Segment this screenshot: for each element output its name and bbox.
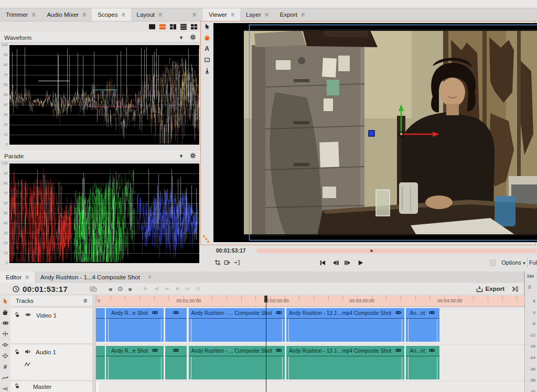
link-icon[interactable] <box>152 310 158 317</box>
close-tab-icon[interactable]: × <box>148 274 152 281</box>
step-forward-button[interactable] <box>343 258 352 267</box>
lock-icon[interactable] <box>14 312 20 319</box>
layout-list-icon[interactable] <box>179 22 188 31</box>
waveform-dropdown-icon[interactable]: ▼ <box>179 35 184 40</box>
play-button[interactable] <box>356 258 365 267</box>
link-tool[interactable] <box>2 320 9 326</box>
waveform-settings-gear-icon[interactable] <box>190 34 196 41</box>
audio-clip[interactable]: Andy Rushton - 13 J....mp4 Composite Sho… <box>286 346 404 379</box>
meters-menu-icon[interactable]: ≡ <box>528 284 531 290</box>
tab-menu-icon[interactable]: ≡ <box>121 12 125 18</box>
mask-tool[interactable] <box>203 56 211 63</box>
lock-icon[interactable] <box>14 349 20 356</box>
snap-tool[interactable]: # <box>2 364 9 370</box>
hand-tool[interactable] <box>2 309 9 315</box>
parade-dropdown-icon[interactable]: ▼ <box>179 154 184 159</box>
track-header-scroll-strip[interactable] <box>92 295 96 392</box>
video-clip[interactable] <box>96 308 105 342</box>
link-icon[interactable] <box>152 347 158 354</box>
slide-tool[interactable] <box>2 353 9 359</box>
audio-clip[interactable] <box>165 346 187 379</box>
anchor-point-handle[interactable] <box>369 130 374 136</box>
tab-scopes[interactable]: Scopes ≡ <box>92 8 131 21</box>
video-clip[interactable]: Andy R...e Shot <box>106 308 164 342</box>
layout-split-icon[interactable] <box>168 22 177 31</box>
text-tool[interactable]: A <box>203 45 211 52</box>
select-tool[interactable] <box>2 298 9 304</box>
tracks-menu-icon[interactable]: ≡ <box>83 298 87 304</box>
video-clip[interactable]: Andy Rushton - ... Composite Shot <box>189 308 285 342</box>
video-track-lane[interactable]: Andy R...e ShotAndy Rushton - ... Compos… <box>96 308 524 344</box>
tab-viewer[interactable]: Viewer ≡ <box>203 8 240 21</box>
tab-audio-mixer[interactable]: Audio Mixer ≡ <box>41 8 92 21</box>
audio-clip[interactable]: An...ot <box>406 346 439 379</box>
audio-clip[interactable] <box>96 346 105 379</box>
audio-clip[interactable]: Andy Rushton - ... Composite Shot <box>189 346 285 379</box>
ripple-tool[interactable] <box>2 342 9 348</box>
tab-export[interactable]: Export ≡ <box>274 8 310 21</box>
select-tool[interactable] <box>203 23 211 30</box>
current-keyframe-button[interactable]: ⊙ <box>117 285 123 292</box>
link-icon[interactable] <box>173 310 179 317</box>
prev-keyframe-button[interactable]: « <box>109 285 112 293</box>
link-icon[interactable] <box>395 347 402 354</box>
tab-composite-shot[interactable]: Andy Rushton - 1...4 Composite Shot × <box>35 271 157 283</box>
link-icon[interactable] <box>428 347 435 354</box>
anchor-tool[interactable] <box>203 67 211 74</box>
parade-settings-gear-icon[interactable] <box>190 153 196 160</box>
layout-two-rows-icon[interactable] <box>158 22 167 31</box>
link-icon[interactable] <box>173 347 179 354</box>
video-clip[interactable]: An...ot <box>406 308 439 342</box>
link-icon[interactable] <box>275 347 282 354</box>
panel-toggle-icon[interactable] <box>512 286 519 292</box>
video-clip[interactable]: Andy Rushton - 13 J....mp4 Composite Sho… <box>286 308 404 342</box>
viewer-scrub-playhead[interactable] <box>370 249 373 252</box>
ease-tool[interactable] <box>2 375 9 381</box>
export-button[interactable]: Export <box>486 286 504 292</box>
view-grid-icon[interactable] <box>488 258 497 267</box>
panel-resize-grip-dot[interactable] <box>203 235 205 237</box>
insert-tool[interactable] <box>2 386 9 392</box>
editor-timecode[interactable]: 00:01:53:17 <box>23 285 68 293</box>
layout-quad-icon[interactable] <box>189 22 198 31</box>
audio-clip[interactable]: Andy R...e Shot <box>106 346 164 379</box>
tab-menu-icon[interactable]: ≡ <box>82 12 86 18</box>
link-icon[interactable] <box>395 310 402 317</box>
full-screen-button[interactable]: Ful <box>529 259 537 266</box>
timeline-ruler[interactable]: 000:01:00:0000:02:00:0000:03:00:0000:04:… <box>96 296 524 307</box>
tab-menu-icon[interactable]: ≡ <box>31 12 35 18</box>
tab-menu-icon[interactable]: ≡ <box>231 12 234 18</box>
link-icon[interactable] <box>428 310 435 317</box>
tab-editor[interactable]: Editor ≡ <box>0 271 35 283</box>
export-frame-icon[interactable] <box>222 258 232 267</box>
tab-menu-icon[interactable]: ≡ <box>25 274 29 280</box>
step-back-button[interactable] <box>330 258 340 267</box>
viewer-scrub-bar[interactable] <box>256 248 537 253</box>
crop-view-icon[interactable] <box>213 258 222 267</box>
skip-to-start-button[interactable] <box>318 258 327 267</box>
tab-menu-icon[interactable]: ≡ <box>265 12 268 18</box>
tab-layout[interactable]: Layout ≡ <box>131 8 168 21</box>
import-frame-icon[interactable] <box>232 258 241 267</box>
export-icon[interactable] <box>476 286 483 292</box>
playhead-line[interactable] <box>266 296 266 392</box>
tab-menu-icon[interactable]: ≡ <box>301 12 305 18</box>
audio-track-lane[interactable]: Andy R...e ShotAndy Rushton - ... Compos… <box>96 345 524 380</box>
hand-tool[interactable] <box>203 34 211 41</box>
video-clip[interactable] <box>165 308 187 342</box>
snapshot-icon[interactable] <box>90 286 97 292</box>
tab-trimmer[interactable]: Trimmer ≡ <box>0 8 41 21</box>
eye-icon[interactable] <box>25 312 31 319</box>
viewer-video-canvas[interactable] <box>213 23 537 242</box>
options-button[interactable]: Options ▾ <box>501 259 525 266</box>
tab-menu-icon[interactable]: ≡ <box>158 12 162 18</box>
link-icon[interactable] <box>275 310 282 317</box>
audio-envelope-icon[interactable] <box>24 361 31 368</box>
master-track-lane[interactable] <box>96 382 524 392</box>
next-keyframe-button[interactable]: » <box>128 285 132 293</box>
speaker-icon[interactable] <box>25 349 31 356</box>
tab-layer[interactable]: Layer ≡ <box>240 8 274 21</box>
lock-icon[interactable] <box>14 383 20 390</box>
layout-single-icon[interactable] <box>147 22 156 31</box>
panel-resize-grip-dot[interactable] <box>207 241 209 243</box>
